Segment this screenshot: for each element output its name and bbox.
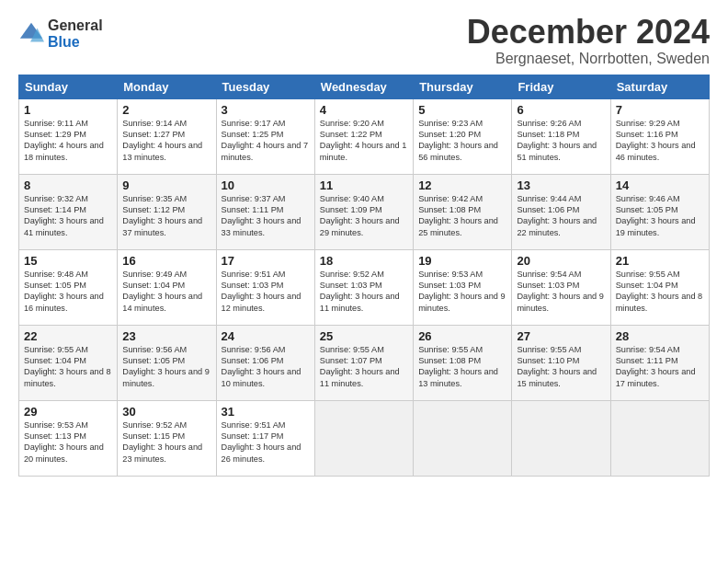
cell-info: Sunrise: 9:53 AMSunset: 1:03 PMDaylight:… [418, 270, 506, 313]
day-number: 14 [616, 178, 704, 192]
cell-info: Sunrise: 9:23 AMSunset: 1:20 PMDaylight:… [418, 119, 498, 162]
cell-info: Sunrise: 9:55 AMSunset: 1:07 PMDaylight:… [320, 345, 400, 388]
day-number: 3 [222, 103, 310, 117]
table-row [414, 400, 512, 476]
cell-info: Sunrise: 9:49 AMSunset: 1:04 PMDaylight:… [122, 270, 202, 313]
cell-info: Sunrise: 9:46 AMSunset: 1:05 PMDaylight:… [616, 194, 696, 237]
day-number: 18 [320, 254, 408, 268]
cell-info: Sunrise: 9:55 AMSunset: 1:10 PMDaylight:… [517, 345, 597, 388]
day-number: 17 [222, 254, 310, 268]
day-number: 12 [418, 178, 506, 192]
cell-info: Sunrise: 9:56 AMSunset: 1:05 PMDaylight:… [122, 345, 210, 388]
table-row: 12Sunrise: 9:42 AMSunset: 1:08 PMDayligh… [414, 174, 512, 249]
day-number: 5 [418, 103, 506, 117]
table-row: 17Sunrise: 9:51 AMSunset: 1:03 PMDayligh… [216, 249, 314, 325]
table-row: 27Sunrise: 9:55 AMSunset: 1:10 PMDayligh… [512, 325, 610, 400]
logo-blue: Blue [48, 34, 103, 51]
calendar: Sunday Monday Tuesday Wednesday Thursday… [18, 75, 710, 477]
day-number: 22 [24, 329, 112, 343]
cell-info: Sunrise: 9:37 AMSunset: 1:11 PMDaylight:… [222, 194, 301, 237]
cell-info: Sunrise: 9:52 AMSunset: 1:15 PMDaylight:… [122, 420, 202, 464]
day-number: 10 [222, 178, 310, 192]
col-sunday: Sunday [19, 75, 118, 98]
cell-info: Sunrise: 9:14 AMSunset: 1:27 PMDaylight:… [122, 119, 202, 162]
table-row: 25Sunrise: 9:55 AMSunset: 1:07 PMDayligh… [314, 325, 413, 400]
table-row: 20Sunrise: 9:54 AMSunset: 1:03 PMDayligh… [512, 249, 610, 325]
cell-info: Sunrise: 9:51 AMSunset: 1:17 PMDaylight:… [222, 420, 301, 464]
table-row: 7Sunrise: 9:29 AMSunset: 1:16 PMDaylight… [610, 98, 709, 174]
table-row: 23Sunrise: 9:56 AMSunset: 1:05 PMDayligh… [118, 325, 216, 400]
day-number: 4 [320, 103, 408, 117]
cell-info: Sunrise: 9:26 AMSunset: 1:18 PMDaylight:… [517, 119, 597, 162]
main-title: December 2024 [467, 14, 710, 51]
table-row: 1Sunrise: 9:11 AMSunset: 1:29 PMDaylight… [19, 98, 118, 174]
logo-icon [18, 21, 44, 47]
table-row: 4Sunrise: 9:20 AMSunset: 1:22 PMDaylight… [314, 98, 413, 174]
calendar-week-row: 15Sunrise: 9:48 AMSunset: 1:05 PMDayligh… [19, 249, 710, 325]
day-number: 31 [222, 405, 310, 419]
cell-info: Sunrise: 9:42 AMSunset: 1:08 PMDaylight:… [418, 194, 498, 237]
table-row: 21Sunrise: 9:55 AMSunset: 1:04 PMDayligh… [610, 249, 709, 325]
logo-text: General Blue [48, 17, 103, 50]
table-row: 15Sunrise: 9:48 AMSunset: 1:05 PMDayligh… [19, 249, 118, 325]
day-number: 9 [122, 178, 210, 192]
calendar-week-row: 1Sunrise: 9:11 AMSunset: 1:29 PMDaylight… [19, 98, 710, 174]
day-number: 19 [418, 254, 506, 268]
table-row: 13Sunrise: 9:44 AMSunset: 1:06 PMDayligh… [512, 174, 610, 249]
day-number: 2 [122, 103, 210, 117]
cell-info: Sunrise: 9:11 AMSunset: 1:29 PMDaylight:… [24, 119, 104, 162]
cell-info: Sunrise: 9:20 AMSunset: 1:22 PMDaylight:… [320, 119, 407, 162]
cell-info: Sunrise: 9:17 AMSunset: 1:25 PMDaylight:… [222, 119, 309, 162]
logo-general: General [48, 17, 103, 34]
day-number: 29 [24, 405, 112, 419]
header: General Blue December 2024 Bergnaeset, N… [18, 14, 710, 67]
table-row: 16Sunrise: 9:49 AMSunset: 1:04 PMDayligh… [118, 249, 216, 325]
cell-info: Sunrise: 9:53 AMSunset: 1:13 PMDaylight:… [24, 420, 104, 464]
day-number: 13 [517, 178, 605, 192]
cell-info: Sunrise: 9:55 AMSunset: 1:04 PMDaylight:… [24, 345, 111, 388]
table-row: 8Sunrise: 9:32 AMSunset: 1:14 PMDaylight… [19, 174, 118, 249]
calendar-week-row: 8Sunrise: 9:32 AMSunset: 1:14 PMDaylight… [19, 174, 710, 249]
col-monday: Monday [118, 75, 216, 98]
table-row [314, 400, 413, 476]
table-row: 19Sunrise: 9:53 AMSunset: 1:03 PMDayligh… [414, 249, 512, 325]
day-number: 28 [616, 329, 704, 343]
cell-info: Sunrise: 9:56 AMSunset: 1:06 PMDaylight:… [222, 345, 301, 388]
table-row: 5Sunrise: 9:23 AMSunset: 1:20 PMDaylight… [414, 98, 512, 174]
subtitle: Bergnaeset, Norrbotten, Sweden [467, 51, 710, 67]
col-friday: Friday [512, 75, 610, 98]
calendar-week-row: 22Sunrise: 9:55 AMSunset: 1:04 PMDayligh… [19, 325, 710, 400]
calendar-week-row: 29Sunrise: 9:53 AMSunset: 1:13 PMDayligh… [19, 400, 710, 476]
cell-info: Sunrise: 9:51 AMSunset: 1:03 PMDaylight:… [222, 270, 301, 313]
table-row: 26Sunrise: 9:55 AMSunset: 1:08 PMDayligh… [414, 325, 512, 400]
day-number: 1 [24, 103, 112, 117]
table-row: 6Sunrise: 9:26 AMSunset: 1:18 PMDaylight… [512, 98, 610, 174]
table-row: 11Sunrise: 9:40 AMSunset: 1:09 PMDayligh… [314, 174, 413, 249]
cell-info: Sunrise: 9:55 AMSunset: 1:04 PMDaylight:… [616, 270, 703, 313]
cell-info: Sunrise: 9:35 AMSunset: 1:12 PMDaylight:… [122, 194, 202, 237]
page: General Blue December 2024 Bergnaeset, N… [0, 0, 728, 563]
cell-info: Sunrise: 9:48 AMSunset: 1:05 PMDaylight:… [24, 270, 104, 313]
table-row: 10Sunrise: 9:37 AMSunset: 1:11 PMDayligh… [216, 174, 314, 249]
day-number: 7 [616, 103, 704, 117]
table-row [512, 400, 610, 476]
day-number: 23 [122, 329, 210, 343]
day-number: 8 [24, 178, 112, 192]
col-saturday: Saturday [610, 75, 709, 98]
day-number: 20 [517, 254, 605, 268]
day-number: 30 [122, 405, 210, 419]
table-row: 24Sunrise: 9:56 AMSunset: 1:06 PMDayligh… [216, 325, 314, 400]
col-wednesday: Wednesday [314, 75, 413, 98]
cell-info: Sunrise: 9:52 AMSunset: 1:03 PMDaylight:… [320, 270, 400, 313]
day-number: 11 [320, 178, 408, 192]
table-row: 14Sunrise: 9:46 AMSunset: 1:05 PMDayligh… [610, 174, 709, 249]
day-number: 25 [320, 329, 408, 343]
table-row: 18Sunrise: 9:52 AMSunset: 1:03 PMDayligh… [314, 249, 413, 325]
cell-info: Sunrise: 9:40 AMSunset: 1:09 PMDaylight:… [320, 194, 400, 237]
cell-info: Sunrise: 9:55 AMSunset: 1:08 PMDaylight:… [418, 345, 498, 388]
day-number: 16 [122, 254, 210, 268]
cell-info: Sunrise: 9:32 AMSunset: 1:14 PMDaylight:… [24, 194, 104, 237]
calendar-header-row: Sunday Monday Tuesday Wednesday Thursday… [19, 75, 710, 98]
table-row [610, 400, 709, 476]
table-row: 2Sunrise: 9:14 AMSunset: 1:27 PMDaylight… [118, 98, 216, 174]
